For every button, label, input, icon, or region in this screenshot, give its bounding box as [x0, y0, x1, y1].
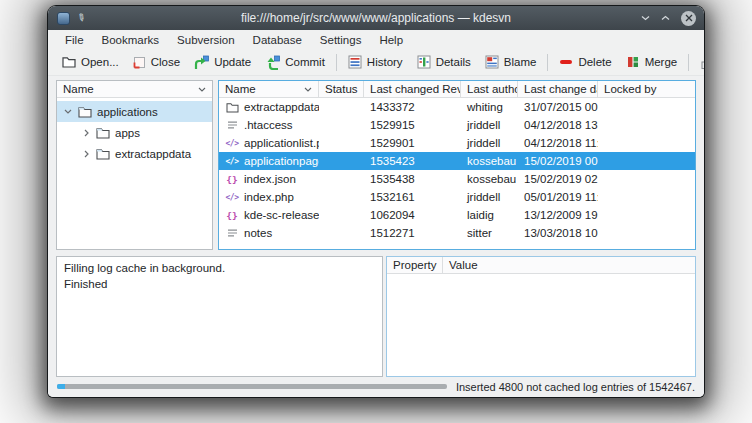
sort-indicator-icon [304, 87, 312, 92]
delete-button[interactable]: Delete [552, 52, 618, 72]
minimize-button[interactable] [641, 15, 650, 21]
file-row[interactable]: extractappdata 1433372 whiting 31/07/201… [219, 98, 695, 116]
chevron-down-icon[interactable] [63, 109, 73, 114]
menu-bookmarks[interactable]: Bookmarks [93, 33, 169, 47]
toolbar: Open... Close Update Commit [48, 49, 704, 76]
text-file-icon [225, 120, 239, 130]
folder-icon [96, 127, 110, 139]
file-row[interactable]: </>applicationlist.php 1529901 jriddell … [219, 134, 695, 152]
file-row[interactable]: notes 1512271 sitter 13/03/2018 10:26 [219, 224, 695, 242]
json-file-icon: {} [225, 174, 239, 185]
checkout-button[interactable]: Checkout [693, 52, 704, 73]
checkout-icon [700, 55, 704, 70]
toolbar-separator [336, 54, 337, 71]
delete-icon [559, 55, 573, 69]
column-header-property[interactable]: Property [387, 257, 443, 273]
file-row[interactable]: {}kde-sc-releases.json 1062094 laidig 13… [219, 206, 695, 224]
history-button[interactable]: History [341, 52, 410, 72]
app-icon [57, 12, 70, 25]
file-row[interactable]: .htaccess 1529915 jriddell 04/12/2018 13… [219, 116, 695, 134]
php-file-icon: </> [225, 139, 239, 148]
tree-item-label: applications [97, 106, 158, 118]
update-button[interactable]: Update [187, 52, 258, 73]
repository-tree: Name applications [56, 80, 213, 250]
menu-file[interactable]: File [56, 33, 93, 47]
menu-help[interactable]: Help [370, 33, 412, 47]
properties-panel: Property Value [386, 256, 696, 377]
tree-item-label: extractappdata [115, 148, 191, 160]
commit-icon [265, 55, 280, 70]
column-header-name[interactable]: Name [219, 81, 319, 97]
status-message: Inserted 4800 not cached log entries of … [456, 381, 695, 393]
tree-item-apps[interactable]: apps [57, 122, 212, 143]
open-button[interactable]: Open... [55, 53, 126, 71]
toolbar-separator [547, 54, 548, 71]
column-header-locked-by[interactable]: Locked by [598, 81, 695, 97]
folder-icon [225, 102, 239, 113]
titlebar[interactable]: ✎ file:///home/jr/src/www/www/applicatio… [48, 6, 704, 30]
desktop-background: ✎ file:///home/jr/src/www/www/applicatio… [0, 0, 752, 423]
column-header-status[interactable]: Status [319, 81, 364, 97]
tree-item-label: apps [115, 127, 140, 139]
open-folder-icon [62, 56, 76, 68]
menu-subversion[interactable]: Subversion [168, 33, 244, 47]
php-file-icon: </> [225, 193, 239, 202]
menubar: File Bookmarks Subversion Database Setti… [48, 30, 704, 49]
file-row[interactable]: {}index.json 1535438 kossebau 15/02/2019… [219, 170, 695, 188]
column-header-value[interactable]: Value [443, 257, 695, 273]
main-content: Name applications [48, 76, 704, 397]
merge-button[interactable]: Merge [619, 52, 685, 72]
window-title: file:///home/jr/src/www/www/applications… [241, 11, 511, 25]
blame-icon [485, 55, 499, 69]
log-line: Finished [64, 276, 375, 292]
tree-column-header-name[interactable]: Name [57, 81, 212, 97]
json-file-icon: {} [225, 210, 239, 221]
log-output[interactable]: Filling log cache in background. Finishe… [56, 256, 383, 377]
file-row-selected[interactable]: </>applicationpage.php 1535423 kossebau … [219, 152, 695, 170]
statusbar: Inserted 4800 not cached log entries of … [48, 376, 704, 397]
column-header-last-change-date[interactable]: Last change date [518, 81, 598, 97]
blame-button[interactable]: Blame [478, 52, 544, 72]
details-icon [417, 55, 431, 69]
maximize-button[interactable] [661, 15, 670, 21]
chevron-right-icon[interactable] [81, 129, 91, 137]
text-file-icon [225, 228, 239, 238]
commit-button[interactable]: Commit [258, 52, 332, 73]
details-button[interactable]: Details [410, 52, 478, 72]
folder-icon [78, 106, 92, 118]
merge-icon [626, 55, 640, 69]
close-repo-button[interactable]: Close [126, 53, 187, 72]
column-header-last-changed-revision[interactable]: Last changed Revision [364, 81, 461, 97]
kdesvn-window: ✎ file:///home/jr/src/www/www/applicatio… [48, 6, 704, 397]
php-file-icon: </> [225, 157, 239, 166]
close-doc-icon [133, 56, 146, 69]
update-icon [194, 55, 209, 70]
tree-item-applications[interactable]: applications [57, 101, 212, 122]
chevron-right-icon[interactable] [81, 150, 91, 158]
toolbar-separator [688, 54, 689, 71]
log-line: Filling log cache in background. [64, 260, 375, 276]
menu-database[interactable]: Database [244, 33, 311, 47]
file-list: Name Status Last changed Revision Last a… [218, 80, 696, 250]
sort-indicator-icon [198, 87, 206, 92]
progress-bar-chunk [57, 384, 65, 389]
pin-icon[interactable]: ✎ [75, 11, 88, 24]
tree-item-extractappdata[interactable]: extractappdata [57, 143, 212, 164]
file-row[interactable]: </>index.php 1532161 jriddell 05/01/2019… [219, 188, 695, 206]
folder-icon [96, 148, 110, 160]
close-button[interactable] [681, 11, 696, 26]
menu-settings[interactable]: Settings [311, 33, 371, 47]
history-icon [348, 55, 362, 69]
column-header-last-author[interactable]: Last author [461, 81, 518, 97]
progress-bar [57, 384, 447, 389]
